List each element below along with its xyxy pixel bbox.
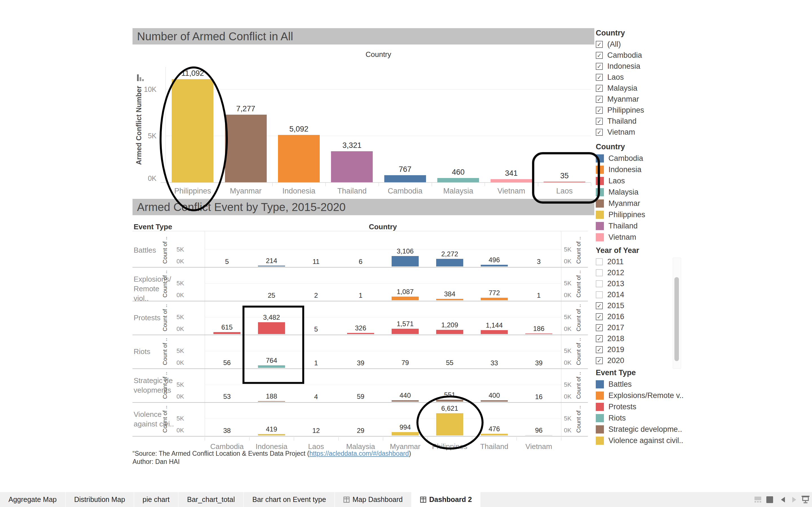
- cell-bar-myanmar[interactable]: [392, 256, 419, 267]
- checkbox-checked[interactable]: ✓: [596, 346, 603, 353]
- checkbox-unchecked[interactable]: [596, 258, 603, 265]
- cell-bar-indonesia[interactable]: [258, 401, 285, 402]
- country-legend-item-thailand[interactable]: Thailand: [596, 220, 677, 231]
- cell-bar-philippines[interactable]: [436, 259, 463, 267]
- country-filter-item-laos[interactable]: ✓Laos: [596, 72, 677, 83]
- year-filter-item-2020[interactable]: ✓2020: [596, 355, 677, 366]
- sheet-tab-distribution-map[interactable]: Distribution Map: [66, 492, 134, 507]
- event-type-legend-item-strategic-developme-[interactable]: Strategic developme..: [596, 424, 677, 435]
- checkbox-checked[interactable]: ✓: [596, 313, 603, 320]
- checkbox-checked[interactable]: ✓: [596, 107, 603, 114]
- sheet-tab-aggregate-map[interactable]: Aggregate Map: [0, 492, 66, 507]
- cell-bar-indonesia[interactable]: [258, 322, 285, 334]
- country-filter-item--all-[interactable]: ✓(All): [596, 39, 677, 50]
- country-filter-item-myanmar[interactable]: ✓Myanmar: [596, 94, 677, 105]
- year-filter-item-2018[interactable]: ✓2018: [596, 333, 677, 344]
- checkbox-checked[interactable]: ✓: [596, 335, 603, 342]
- year-filter-item-2017[interactable]: ✓2017: [596, 322, 677, 333]
- country-filter-item-indonesia[interactable]: ✓Indonesia: [596, 61, 677, 72]
- bar-laos[interactable]: [544, 182, 585, 182]
- event-type-legend-item-battles[interactable]: Battles: [596, 379, 677, 390]
- checkbox-unchecked[interactable]: [596, 280, 603, 287]
- checkbox-checked[interactable]: ✓: [596, 96, 603, 103]
- next-sheet-arrow-icon[interactable]: [792, 497, 796, 503]
- year-filter-item-2019[interactable]: ✓2019: [596, 344, 677, 355]
- sidebar-scrollbar-thumb[interactable]: [674, 277, 679, 361]
- sheet-tab-bar-chart-on-event-type[interactable]: Bar chart on Event type: [244, 492, 335, 507]
- checkbox-unchecked[interactable]: [596, 269, 603, 276]
- cell-bar-vietnam[interactable]: [525, 435, 552, 436]
- source-link[interactable]: https://acleddata.com/#/dashboard: [309, 450, 409, 457]
- cell-bar-malaysia[interactable]: [347, 333, 374, 334]
- event-type-legend-item-protests[interactable]: Protests: [596, 401, 677, 412]
- year-filter-item-2012[interactable]: 2012: [596, 267, 677, 278]
- cell-bar-myanmar[interactable]: [392, 329, 419, 334]
- country-legend-item-indonesia[interactable]: Indonesia: [596, 164, 677, 175]
- checkbox-checked[interactable]: ✓: [596, 129, 603, 136]
- checkbox-checked[interactable]: ✓: [596, 41, 603, 48]
- country-legend-item-myanmar[interactable]: Myanmar: [596, 198, 677, 209]
- slide-view-icon[interactable]: [766, 496, 773, 503]
- year-filter-item-2015[interactable]: ✓2015: [596, 300, 677, 311]
- checkbox-checked[interactable]: ✓: [596, 63, 603, 70]
- cell-bar-indonesia[interactable]: [258, 434, 285, 436]
- presentation-mode-icon[interactable]: [801, 495, 810, 505]
- bar-malaysia[interactable]: [437, 178, 479, 182]
- bar-thailand[interactable]: [331, 151, 373, 182]
- sheet-tab-pie-chart[interactable]: pie chart: [134, 492, 179, 507]
- bar-cambodia[interactable]: [384, 175, 426, 182]
- sheet-tab-dashboard-2[interactable]: Dashboard 2: [412, 492, 480, 507]
- cell-bar-thailand[interactable]: [481, 298, 508, 300]
- year-filter-item-2016[interactable]: ✓2016: [596, 311, 677, 322]
- cell-bar-indonesia[interactable]: [258, 365, 285, 368]
- country-legend-item-cambodia[interactable]: Cambodia: [596, 153, 677, 164]
- checkbox-checked[interactable]: ✓: [596, 74, 603, 81]
- checkbox-checked[interactable]: ✓: [596, 118, 603, 125]
- checkbox-checked[interactable]: ✓: [596, 302, 603, 309]
- sheet-tab-map-dashboard[interactable]: Map Dashboard: [335, 492, 412, 507]
- cell-bar-vietnam[interactable]: [525, 334, 552, 334]
- country-filter-item-thailand[interactable]: ✓Thailand: [596, 116, 677, 127]
- sort-bars-icon[interactable]: [137, 74, 145, 81]
- bar-indonesia[interactable]: [278, 135, 320, 182]
- show-filmstrip-icon[interactable]: [755, 497, 762, 503]
- cell-bar-thailand[interactable]: [481, 330, 508, 334]
- sheet-tab-bar-chart-total[interactable]: Bar_chart_total: [179, 492, 244, 507]
- cell-bar-myanmar[interactable]: [392, 432, 419, 436]
- cell-bar-cambodia[interactable]: [213, 332, 241, 334]
- country-filter-item-malaysia[interactable]: ✓Malaysia: [596, 83, 677, 94]
- year-filter-item-2013[interactable]: 2013: [596, 278, 677, 289]
- cell-bar-philippines[interactable]: [436, 299, 463, 300]
- country-legend-item-malaysia[interactable]: Malaysia: [596, 186, 677, 198]
- cell-bar-thailand[interactable]: [481, 265, 508, 267]
- event-type-legend-item-riots[interactable]: Riots: [596, 412, 677, 424]
- checkbox-checked[interactable]: ✓: [596, 357, 603, 364]
- country-legend-item-laos[interactable]: Laos: [596, 175, 677, 186]
- bar-vietnam[interactable]: [491, 179, 532, 182]
- cell-bar-myanmar[interactable]: [392, 400, 419, 402]
- bar-myanmar[interactable]: [225, 115, 267, 182]
- previous-sheet-arrow-icon[interactable]: [781, 497, 785, 503]
- country-legend-item-vietnam[interactable]: Vietnam: [596, 231, 677, 243]
- cell-bar-thailand[interactable]: [481, 400, 508, 402]
- cell-bar-philippines[interactable]: [436, 400, 463, 402]
- country-legend-item-philippines[interactable]: Philippines: [596, 209, 677, 220]
- checkbox-checked[interactable]: ✓: [596, 52, 603, 59]
- year-filter-item-2014[interactable]: 2014: [596, 289, 677, 300]
- country-filter-item-philippines[interactable]: ✓Philippines: [596, 105, 677, 116]
- checkbox-checked[interactable]: ✓: [596, 324, 603, 331]
- country-filter-item-cambodia[interactable]: ✓Cambodia: [596, 50, 677, 61]
- cell-bar-myanmar[interactable]: [392, 297, 419, 300]
- cell-bar-philippines[interactable]: [436, 330, 463, 334]
- year-filter-item-2011[interactable]: 2011: [596, 256, 677, 267]
- checkbox-checked[interactable]: ✓: [596, 85, 603, 92]
- country-filter-item-vietnam[interactable]: ✓Vietnam: [596, 127, 677, 138]
- event-type-legend-item-explosions-remote-v-[interactable]: Explosions/Remote v..: [596, 390, 677, 401]
- sidebar-scrollbar-track[interactable]: [673, 258, 681, 369]
- cell-bar-thailand[interactable]: [481, 434, 508, 436]
- checkbox-unchecked[interactable]: [596, 291, 603, 298]
- cell-bar-indonesia[interactable]: [258, 266, 285, 267]
- cell-bar-philippines[interactable]: [436, 413, 463, 436]
- event-type-legend-item-violence-against-civil-[interactable]: Violence against civil..: [596, 435, 677, 446]
- bar-philippines[interactable]: [172, 79, 213, 182]
